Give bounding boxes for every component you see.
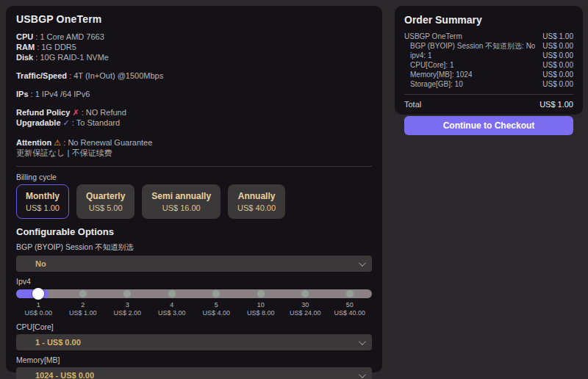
total-price: US$ 1.00: [539, 100, 573, 109]
spec-attention: Attention ⚠ : No Renewal Guarantee: [16, 137, 372, 148]
tick-label: 1 US$ 0.00: [16, 301, 61, 317]
slider-tick: [257, 290, 265, 297]
spec-traffic-label: Traffic/Speed: [16, 71, 67, 80]
spec-ips-label: IPs: [16, 90, 29, 98]
spec-disk-label: Disk: [16, 53, 33, 62]
configurable-options-heading: Configurable Options: [16, 226, 372, 237]
billing-cycle-options: Monthly US$ 1.00 Quarterly US$ 5.00 Semi…: [16, 184, 372, 219]
tick-label: 10 US$ 8.00: [239, 301, 284, 317]
summary-item-product: USBGP OneTerm US$ 1.00: [404, 32, 573, 41]
memory-value: 1024 - US$ 0.00: [35, 371, 94, 379]
spec-disk-value: : 10G RAID-1 NVMe: [35, 53, 109, 62]
spec-refund-label: Refund Policy: [16, 108, 70, 117]
spec-disk: Disk : 10G RAID-1 NVMe: [16, 52, 372, 62]
spec-upgradable: Upgradable ✓ : To Standard: [16, 118, 372, 128]
total-label: Total: [404, 100, 421, 109]
tick-label: 2 US$ 1.00: [61, 301, 106, 317]
tick-label: 4 US$ 3.00: [150, 301, 195, 317]
spec-cpu: CPU : 1 Core AMD 7663: [16, 32, 372, 42]
slider-tick: [346, 290, 354, 297]
billing-option-price: US$ 16.00: [162, 203, 201, 212]
summary-item-bgp: BGP (BYOIP) Session 不知道别选: No US$ 0.00: [404, 41, 573, 51]
spec-cpu-value: : 1 Core AMD 7663: [35, 32, 104, 41]
billing-cycle-label: Billing cycle: [16, 173, 372, 181]
attention-cjk-note: 更新保証なし | 不保证续费: [16, 148, 372, 159]
billing-option-name: Quarterly: [86, 191, 125, 201]
billing-option-price: US$ 40.00: [237, 203, 276, 212]
billing-option-name: Monthly: [26, 191, 60, 201]
order-summary-title: Order Summary: [404, 14, 573, 26]
memory-label: Memory[MB]: [16, 355, 372, 364]
tick-label: 30 US$ 24.00: [283, 301, 328, 317]
bgp-session-value: No: [35, 259, 46, 268]
billing-option-price: US$ 1.00: [26, 203, 60, 212]
slider-tick: [301, 290, 309, 297]
billing-option-price: US$ 5.00: [89, 203, 123, 212]
billing-option-semi-annually[interactable]: Semi annually US$ 16.00: [142, 184, 220, 219]
spec-upgradable-label: Upgradable: [16, 118, 61, 127]
ipv4-slider-track[interactable]: [16, 289, 372, 298]
billing-option-quarterly[interactable]: Quarterly US$ 5.00: [76, 184, 135, 219]
billing-option-name: Semi annually: [151, 191, 211, 201]
spec-traffic-value: : 4T (In+Out) @1500Mbps: [69, 71, 163, 80]
tick-label: 50 US$ 40.00: [328, 301, 373, 317]
slider-tick: [168, 290, 176, 297]
memory-select[interactable]: 1024 - US$ 0.00: [16, 367, 372, 379]
bgp-session-label: BGP (BYOIP) Session 不知道别选: [16, 242, 372, 253]
ipv4-label: Ipv4: [16, 277, 372, 286]
spec-attention-value: : No Renewal Guarantee: [63, 138, 152, 147]
spec-attention-label: Attention: [16, 138, 51, 147]
spec-traffic: Traffic/Speed : 4T (In+Out) @1500Mbps: [16, 71, 372, 81]
summary-item-ipv4: ipv4: 1 US$ 0.00: [404, 51, 573, 60]
chevron-down-icon: [359, 371, 366, 378]
slider-tick: [212, 290, 220, 297]
check-icon: ✓: [63, 118, 70, 127]
ipv4-slider[interactable]: [16, 289, 372, 299]
spec-upgradable-value: : To Standard: [72, 118, 120, 127]
cpu-core-label: CPU[Core]: [16, 322, 372, 331]
billing-option-annually[interactable]: Annually US$ 40.00: [228, 184, 285, 219]
billing-option-name: Annually: [238, 191, 276, 201]
summary-item-memory: Memory[MB]: 1024 US$ 0.00: [404, 70, 573, 79]
ipv4-slider-thumb[interactable]: [32, 288, 44, 300]
summary-item-storage: Storage[GB]: 10 US$ 0.00: [404, 79, 573, 89]
continue-to-checkout-button[interactable]: Continue to Checkout: [404, 116, 573, 135]
bgp-session-select[interactable]: No: [16, 256, 372, 272]
slider-tick: [79, 290, 87, 297]
spec-ram-value: : 1G DDR5: [37, 43, 76, 51]
x-icon: ✗: [72, 108, 79, 117]
product-title: USBGP OneTerm: [16, 13, 372, 25]
slider-tick: [123, 290, 131, 297]
tick-label: 3 US$ 2.00: [105, 301, 150, 317]
spec-ips-value: : 1 IPv4 /64 IPv6: [31, 90, 90, 98]
product-config-panel: USBGP OneTerm CPU : 1 Core AMD 7663 RAM …: [6, 6, 382, 372]
spec-ram: RAM : 1G DDR5: [16, 42, 372, 52]
summary-total-row: Total US$ 1.00: [404, 100, 573, 109]
spec-refund-policy: Refund Policy ✗ : NO Refund: [16, 107, 372, 118]
divider: [16, 166, 372, 167]
spec-ram-label: RAM: [16, 43, 35, 51]
billing-option-monthly[interactable]: Monthly US$ 1.00: [16, 184, 69, 219]
order-summary-panel: Order Summary USBGP OneTerm US$ 1.00 BGP…: [395, 6, 583, 115]
ipv4-tick-labels: 1 US$ 0.00 2 US$ 1.00 3 US$ 2.00 4 US$ 3…: [16, 301, 372, 317]
warning-icon: ⚠: [54, 138, 61, 147]
chevron-down-icon: [359, 338, 366, 345]
cpu-core-value: 1 - US$ 0.00: [35, 338, 81, 347]
spec-cpu-label: CPU: [16, 32, 33, 41]
summary-item-cpu: CPU[Core]: 1 US$ 0.00: [404, 60, 573, 70]
spec-ips: IPs : 1 IPv4 /64 IPv6: [16, 89, 372, 99]
chevron-down-icon: [359, 259, 366, 267]
divider: [404, 94, 573, 95]
tick-label: 5 US$ 4.00: [194, 301, 239, 317]
spec-refund-value: : NO Refund: [82, 108, 126, 117]
cpu-core-select[interactable]: 1 - US$ 0.00: [16, 334, 372, 350]
